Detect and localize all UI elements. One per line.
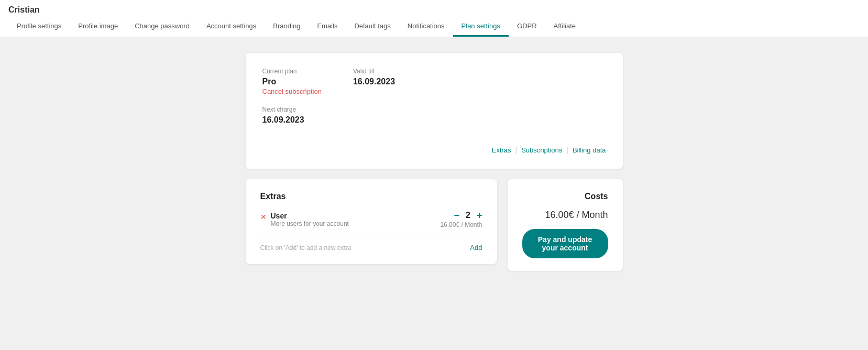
current-plan-section: Current plan Pro Cancel subscription xyxy=(262,68,322,95)
pay-button[interactable]: Pay and update your account xyxy=(522,229,608,258)
tab-account-settings[interactable]: Account settings xyxy=(198,17,265,37)
subscriptions-link[interactable]: Subscriptions xyxy=(521,146,562,154)
tab-gdpr[interactable]: GDPR xyxy=(509,17,545,37)
user-name: Cristian xyxy=(8,0,860,17)
billing-data-link[interactable]: Billing data xyxy=(573,146,606,154)
divider-2: | xyxy=(566,146,568,154)
tab-affiliate[interactable]: Affiliate xyxy=(545,17,584,37)
increase-button[interactable]: + xyxy=(477,211,482,220)
remove-icon[interactable]: ✕ xyxy=(260,213,267,221)
bottom-section: Extras ✕ User More users for your accoun… xyxy=(246,179,623,271)
valid-till-date: 16.09.2023 xyxy=(353,77,395,86)
extra-price: 16.00€ / Month xyxy=(440,221,482,228)
extra-item-info: User More users for your account xyxy=(271,212,349,227)
costs-card: Costs 16.00€ / Month Pay and update your… xyxy=(508,179,623,271)
tab-change-password[interactable]: Change password xyxy=(126,17,198,37)
cancel-subscription-link[interactable]: Cancel subscription xyxy=(262,88,322,95)
plan-card: Current plan Pro Cancel subscription Val… xyxy=(246,53,623,169)
tab-default-tags[interactable]: Default tags xyxy=(346,17,399,37)
tab-emails[interactable]: Emails xyxy=(309,17,346,37)
costs-amount: 16.00€ / Month xyxy=(522,210,608,221)
plan-links: Extras | Subscriptions | Billing data xyxy=(262,140,606,154)
next-charge-section: Next charge 16.09.2023 xyxy=(262,106,304,125)
valid-till-label: Valid till xyxy=(353,68,395,75)
costs-title: Costs xyxy=(522,192,608,201)
valid-till-section: Valid till 16.09.2023 xyxy=(353,68,395,95)
extra-item-user: ✕ User More users for your account − 2 +… xyxy=(260,211,482,228)
main-nav: Profile settings Profile image Change pa… xyxy=(8,17,860,37)
extra-item-desc: More users for your account xyxy=(271,220,349,227)
add-extra-row: Click on 'Add' to add a new extra Add xyxy=(260,237,482,251)
divider-1: | xyxy=(515,146,518,154)
quantity-control: − 2 + xyxy=(454,211,482,220)
next-charge-date: 16.09.2023 xyxy=(262,115,304,124)
decrease-button[interactable]: − xyxy=(454,211,460,220)
add-extra-link[interactable]: Add xyxy=(470,244,482,251)
extras-title: Extras xyxy=(260,192,482,201)
tab-branding[interactable]: Branding xyxy=(265,17,309,37)
tab-profile-image[interactable]: Profile image xyxy=(70,17,126,37)
current-plan-label: Current plan xyxy=(262,68,322,75)
tab-plan-settings[interactable]: Plan settings xyxy=(453,17,509,37)
extras-card: Extras ✕ User More users for your accoun… xyxy=(246,179,497,264)
extras-link[interactable]: Extras xyxy=(492,146,511,154)
quantity-value: 2 xyxy=(466,211,470,220)
next-charge-label: Next charge xyxy=(262,106,304,113)
extra-item-right: − 2 + 16.00€ / Month xyxy=(440,211,482,228)
add-extra-hint: Click on 'Add' to add a new extra xyxy=(260,244,351,251)
extra-item-left: ✕ User More users for your account xyxy=(260,212,349,227)
plan-name: Pro xyxy=(262,77,277,86)
tab-profile-settings[interactable]: Profile settings xyxy=(8,17,70,37)
extra-item-name: User xyxy=(271,212,349,220)
tab-notifications[interactable]: Notifications xyxy=(399,17,453,37)
